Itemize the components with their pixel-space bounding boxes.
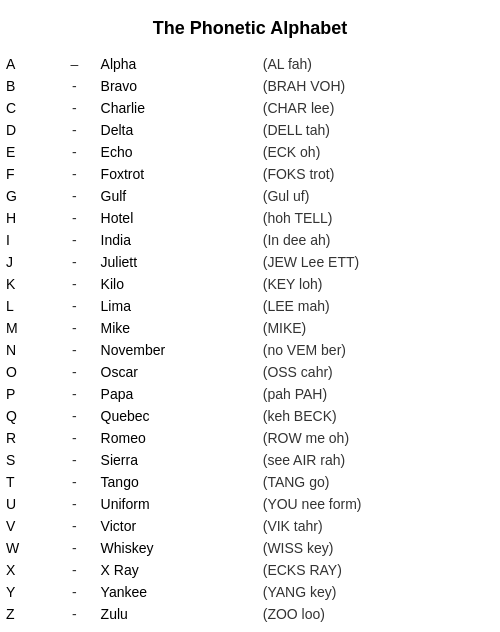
letter-cell: P bbox=[0, 383, 54, 405]
dash-cell: - bbox=[54, 427, 95, 449]
dash-cell: - bbox=[54, 603, 95, 625]
dash-cell: - bbox=[54, 559, 95, 581]
table-row: V - Victor (VIK tahr) bbox=[0, 515, 500, 537]
word-cell: Mike bbox=[95, 317, 257, 339]
phonetic-cell: (pah PAH) bbox=[257, 383, 500, 405]
letter-cell: K bbox=[0, 273, 54, 295]
dash-cell: - bbox=[54, 405, 95, 427]
word-cell: Quebec bbox=[95, 405, 257, 427]
phonetic-cell: (AL fah) bbox=[257, 53, 500, 75]
dash-cell: - bbox=[54, 207, 95, 229]
letter-cell: X bbox=[0, 559, 54, 581]
dash-cell: - bbox=[54, 119, 95, 141]
dash-cell: - bbox=[54, 163, 95, 185]
letter-cell: M bbox=[0, 317, 54, 339]
word-cell: Lima bbox=[95, 295, 257, 317]
table-row: A – Alpha (AL fah) bbox=[0, 53, 500, 75]
word-cell: Hotel bbox=[95, 207, 257, 229]
letter-cell: N bbox=[0, 339, 54, 361]
letter-cell: I bbox=[0, 229, 54, 251]
letter-cell: E bbox=[0, 141, 54, 163]
dash-cell: - bbox=[54, 229, 95, 251]
phonetic-cell: (ECKS RAY) bbox=[257, 559, 500, 581]
phonetic-cell: (hoh TELL) bbox=[257, 207, 500, 229]
table-row: I - India (In dee ah) bbox=[0, 229, 500, 251]
dash-cell: - bbox=[54, 317, 95, 339]
phonetic-cell: (see AIR rah) bbox=[257, 449, 500, 471]
dash-cell: - bbox=[54, 471, 95, 493]
word-cell: Sierra bbox=[95, 449, 257, 471]
word-cell: Charlie bbox=[95, 97, 257, 119]
word-cell: Alpha bbox=[95, 53, 257, 75]
phonetic-cell: (YANG key) bbox=[257, 581, 500, 603]
word-cell: November bbox=[95, 339, 257, 361]
word-cell: Zulu bbox=[95, 603, 257, 625]
letter-cell: C bbox=[0, 97, 54, 119]
table-row: O - Oscar (OSS cahr) bbox=[0, 361, 500, 383]
dash-cell: - bbox=[54, 537, 95, 559]
dash-cell: - bbox=[54, 251, 95, 273]
letter-cell: J bbox=[0, 251, 54, 273]
phonetic-cell: (KEY loh) bbox=[257, 273, 500, 295]
letter-cell: A bbox=[0, 53, 54, 75]
phonetic-cell: (ECK oh) bbox=[257, 141, 500, 163]
table-row: Z - Zulu (ZOO loo) bbox=[0, 603, 500, 625]
dash-cell: - bbox=[54, 449, 95, 471]
phonetic-cell: (YOU nee form) bbox=[257, 493, 500, 515]
phonetic-cell: (no VEM ber) bbox=[257, 339, 500, 361]
table-row: U - Uniform (YOU nee form) bbox=[0, 493, 500, 515]
table-row: P - Papa (pah PAH) bbox=[0, 383, 500, 405]
phonetic-cell: (LEE mah) bbox=[257, 295, 500, 317]
table-row: G - Gulf (Gul uf) bbox=[0, 185, 500, 207]
word-cell: Bravo bbox=[95, 75, 257, 97]
letter-cell: U bbox=[0, 493, 54, 515]
table-row: W - Whiskey (WISS key) bbox=[0, 537, 500, 559]
letter-cell: F bbox=[0, 163, 54, 185]
word-cell: India bbox=[95, 229, 257, 251]
phonetic-cell: (MIKE) bbox=[257, 317, 500, 339]
table-row: Q - Quebec (keh BECK) bbox=[0, 405, 500, 427]
phonetic-cell: (Gul uf) bbox=[257, 185, 500, 207]
word-cell: Romeo bbox=[95, 427, 257, 449]
letter-cell: V bbox=[0, 515, 54, 537]
table-row: J - Juliett (JEW Lee ETT) bbox=[0, 251, 500, 273]
letter-cell: S bbox=[0, 449, 54, 471]
word-cell: Victor bbox=[95, 515, 257, 537]
dash-cell: - bbox=[54, 383, 95, 405]
word-cell: Oscar bbox=[95, 361, 257, 383]
letter-cell: L bbox=[0, 295, 54, 317]
table-row: H - Hotel (hoh TELL) bbox=[0, 207, 500, 229]
dash-cell: - bbox=[54, 185, 95, 207]
letter-cell: R bbox=[0, 427, 54, 449]
phonetic-cell: (DELL tah) bbox=[257, 119, 500, 141]
dash-cell: - bbox=[54, 339, 95, 361]
letter-cell: H bbox=[0, 207, 54, 229]
dash-cell: - bbox=[54, 141, 95, 163]
letter-cell: O bbox=[0, 361, 54, 383]
dash-cell: - bbox=[54, 97, 95, 119]
table-row: F - Foxtrot (FOKS trot) bbox=[0, 163, 500, 185]
word-cell: Echo bbox=[95, 141, 257, 163]
phonetic-cell: (ZOO loo) bbox=[257, 603, 500, 625]
word-cell: Uniform bbox=[95, 493, 257, 515]
table-row: X - X Ray (ECKS RAY) bbox=[0, 559, 500, 581]
phonetic-cell: (TANG go) bbox=[257, 471, 500, 493]
phonetic-cell: (WISS key) bbox=[257, 537, 500, 559]
phonetic-cell: (In dee ah) bbox=[257, 229, 500, 251]
table-row: B - Bravo (BRAH VOH) bbox=[0, 75, 500, 97]
page-title: The Phonetic Alphabet bbox=[0, 0, 500, 53]
table-row: R - Romeo (ROW me oh) bbox=[0, 427, 500, 449]
table-row: Y - Yankee (YANG key) bbox=[0, 581, 500, 603]
letter-cell: T bbox=[0, 471, 54, 493]
word-cell: Tango bbox=[95, 471, 257, 493]
alphabet-table: A – Alpha (AL fah) B - Bravo (BRAH VOH) … bbox=[0, 53, 500, 625]
table-row: N - November (no VEM ber) bbox=[0, 339, 500, 361]
word-cell: Foxtrot bbox=[95, 163, 257, 185]
dash-cell: - bbox=[54, 493, 95, 515]
phonetic-cell: (JEW Lee ETT) bbox=[257, 251, 500, 273]
letter-cell: B bbox=[0, 75, 54, 97]
letter-cell: D bbox=[0, 119, 54, 141]
phonetic-cell: (CHAR lee) bbox=[257, 97, 500, 119]
dash-cell: - bbox=[54, 581, 95, 603]
letter-cell: Q bbox=[0, 405, 54, 427]
